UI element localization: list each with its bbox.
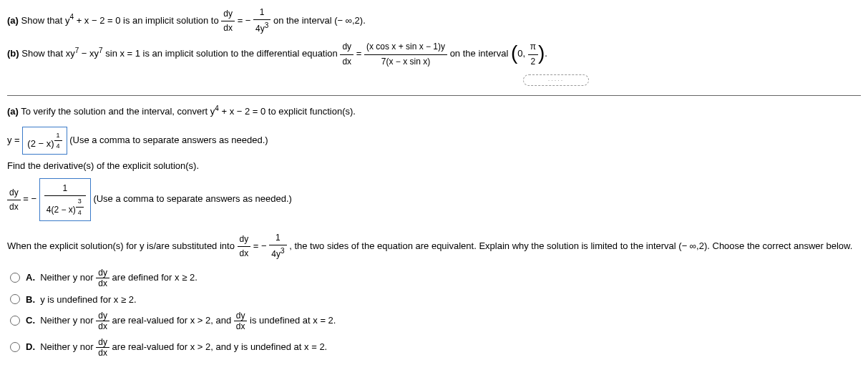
part-b-prompt: (b) Show that xy7 − xy7 sin x = 1 is an … bbox=[7, 40, 861, 68]
answer-box-y[interactable]: (2 − x)14 bbox=[22, 127, 67, 155]
part-a-prompt: (a) Show that y4 + x − 2 = 0 is an impli… bbox=[7, 6, 861, 36]
part-b-label: (b) bbox=[7, 49, 19, 59]
option-d[interactable]: D. Neither y nor dydx are real-valued fo… bbox=[10, 337, 861, 358]
substitution-text: When the explicit solution(s) for y is/a… bbox=[7, 231, 861, 261]
explicit-solution-row: y = (2 − x)14 (Use a comma to separate a… bbox=[7, 127, 861, 155]
rhs-frac: 1 4y3 bbox=[253, 6, 270, 36]
radio-icon[interactable] bbox=[10, 273, 20, 283]
answer-box-dydx[interactable]: 1 4(2 − x)34 bbox=[39, 178, 91, 221]
separator-icon: ····· bbox=[523, 74, 589, 86]
dy-dx-frac-b: dy dx bbox=[340, 40, 353, 68]
dy-dx-lhs: dy dx bbox=[7, 186, 21, 214]
option-c[interactable]: C. Neither y nor dydx are real-valued fo… bbox=[10, 311, 861, 331]
option-b[interactable]: B. y is undefined for x ≥ 2. bbox=[10, 294, 861, 305]
dy-dx-frac: dy dx bbox=[221, 7, 235, 35]
derivative-row: dy dx = − 1 4(2 − x)34 (Use a comma to s… bbox=[7, 178, 861, 221]
part-a-label: (a) bbox=[7, 15, 19, 26]
divider bbox=[7, 95, 861, 96]
find-deriv-text: Find the derivative(s) of the explicit s… bbox=[7, 159, 861, 174]
paren-right-icon: ) bbox=[538, 46, 545, 60]
pi-over-2: π 2 bbox=[528, 40, 538, 68]
verify-text: (a) To verify the solution and the inter… bbox=[7, 103, 861, 120]
radio-icon[interactable] bbox=[10, 342, 20, 352]
radio-icon[interactable] bbox=[10, 294, 20, 304]
rhs-frac-b: (x cos x + sin x − 1)y 7(x − x sin x) bbox=[364, 40, 447, 68]
paren-left-icon: ( bbox=[511, 46, 517, 60]
radio-icon[interactable] bbox=[10, 316, 20, 326]
option-a[interactable]: A. Neither y nor dydx are defined for x … bbox=[10, 268, 861, 288]
